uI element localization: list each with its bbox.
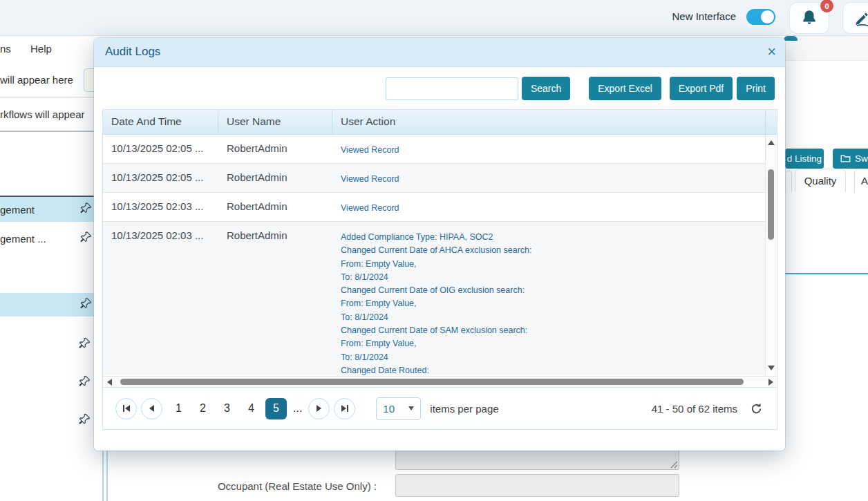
sidebar-item-management[interactable]: gement [0,197,94,222]
export-pdf-button[interactable]: Export Pdf [670,77,733,100]
bell-icon [800,9,818,27]
pin-icon[interactable] [78,337,91,352]
top-bar: New Interface 0 [0,0,868,36]
page-button-5-current[interactable]: 5 [265,398,287,419]
occupant-input[interactable] [395,474,679,497]
folder-icon [840,154,851,163]
horizontal-scrollbar[interactable] [103,376,777,387]
refresh-button[interactable] [750,402,763,415]
cell-action[interactable]: Added Compliance Type: HIPAA, SOC2 Chang… [332,222,765,375]
modal-toolbar: Search Export Excel Export Pdf Print [386,77,775,100]
new-interface-label: New Interface [672,10,736,22]
notifications-button[interactable]: 0 [790,3,829,33]
pin-icon[interactable] [78,375,91,390]
last-page-button[interactable] [334,398,355,419]
cell-user: RobertAdmin [218,164,332,192]
scroll-down-icon[interactable] [768,366,775,370]
next-page-button[interactable] [308,398,330,419]
column-header-date[interactable]: Date And Time [103,110,218,134]
divider [0,131,104,132]
search-button[interactable]: Search [522,77,570,100]
page-button-1[interactable]: 1 [168,402,189,415]
first-page-icon [123,405,124,412]
occupant-field-label: Occupant (Real Estate Use Only) : [138,480,377,492]
tab-fragment[interactable] [785,171,792,192]
cell-user: RobertAdmin [218,135,332,163]
last-page-icon [341,405,346,412]
close-icon[interactable]: × [767,42,776,62]
cell-datetime: 10/13/2025 02:05 ... [103,135,218,163]
page-size-select[interactable]: 10 [376,397,421,420]
refresh-icon [750,402,763,415]
page-range-info: 41 - 50 of 62 items [652,403,737,415]
vertical-scrollbar[interactable] [765,135,777,376]
prev-page-button[interactable] [141,398,162,419]
page-button-4[interactable]: 4 [240,402,262,415]
pager: 1 2 3 4 5 ... 10 items per page 41 - 50 … [103,387,777,429]
cell-action[interactable]: Viewed Record [332,135,765,163]
audit-log-grid: Date And Time User Name User Action 10/1… [102,109,777,430]
cell-user: RobertAdmin [218,222,332,375]
switch-button[interactable]: Sw [833,149,868,169]
vertical-scrollbar-thumb[interactable] [768,169,774,240]
horizontal-scrollbar-thumb[interactable] [120,379,744,385]
scroll-up-icon[interactable] [768,140,775,145]
placeholder-hint-1: will appear here [0,74,73,86]
menu-item-help[interactable]: Help [30,43,52,55]
cell-datetime: 10/13/2025 02:05 ... [103,164,218,192]
pin-icon[interactable] [79,297,93,313]
cell-action[interactable]: Viewed Record [332,164,765,192]
cell-action[interactable]: Viewed Record [332,193,765,221]
grid-header: Date And Time User Name User Action [103,110,777,135]
scroll-left-icon[interactable] [107,379,112,386]
table-row[interactable]: 10/13/2025 02:03 ... RobertAdmin Viewed … [103,193,765,222]
grid-body: 10/13/2025 02:05 ... RobertAdmin Viewed … [103,135,777,376]
tab-quality[interactable]: Quality [795,169,846,192]
signature-button[interactable] [843,3,868,33]
page-button-2[interactable]: 2 [192,402,214,415]
section-accent-line [785,273,868,274]
background-panel-right [785,36,868,61]
listing-button[interactable]: d Listing [785,149,824,169]
new-interface-toggle[interactable] [746,9,775,25]
page-button-3[interactable]: 3 [216,402,238,415]
table-row[interactable]: 10/13/2025 02:05 ... RobertAdmin Viewed … [103,164,765,193]
pin-icon[interactable] [79,202,93,218]
column-header-action[interactable]: User Action [332,110,766,134]
page-size-value: 10 [383,403,395,415]
items-per-page-label: items per page [430,403,498,415]
modal-header: Audit Logs × [94,38,785,67]
cell-user: RobertAdmin [218,193,332,221]
table-row[interactable]: 10/13/2025 02:05 ... RobertAdmin Viewed … [103,135,765,164]
export-excel-button[interactable]: Export Excel [589,77,661,100]
audit-logs-modal: Audit Logs × Search Export Excel Export … [94,38,785,451]
first-page-button[interactable] [115,398,137,419]
table-row[interactable]: 10/13/2025 02:03 ... RobertAdmin Added C… [103,222,765,375]
print-button[interactable]: Print [737,77,775,100]
column-header-user[interactable]: User Name [218,110,332,134]
notification-badge: 0 [820,0,834,13]
menu-item-truncated[interactable]: ns [0,43,11,55]
background-button-fragment [784,36,798,41]
prev-page-icon [149,405,154,412]
resize-handle-icon[interactable] [670,461,678,469]
toggle-knob [761,10,774,23]
sidebar-item-management-2[interactable]: gement ... [0,227,94,250]
modal-title: Audit Logs [105,45,160,59]
sidebar-item-highlighted[interactable] [0,293,94,316]
scroll-right-icon[interactable] [768,379,773,386]
cell-datetime: 10/13/2025 02:03 ... [103,193,218,221]
search-input[interactable] [386,77,518,100]
cell-datetime: 10/13/2025 02:03 ... [103,222,218,375]
chevron-down-icon [408,406,414,410]
pin-icon[interactable] [79,231,93,247]
placeholder-hint-2: rkflows will appear [0,108,85,120]
pen-icon [853,9,868,27]
pin-icon[interactable] [78,413,91,428]
tab-truncated[interactable]: Ac [854,169,868,192]
next-page-icon [317,405,321,412]
more-pages-button[interactable]: ... [293,402,302,415]
column-header-spacer [766,110,777,134]
divider [0,97,104,97]
